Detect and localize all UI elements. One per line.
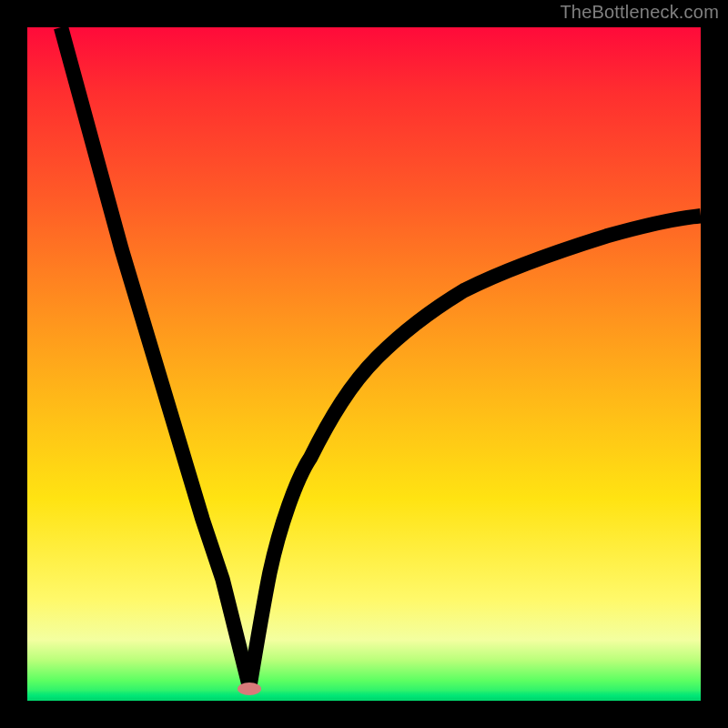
curve-right-branch [249,216,701,687]
bottleneck-curve [27,27,701,701]
curve-left-branch [61,27,249,687]
chart-frame: TheBottleneck.com [0,0,728,728]
watermark-text: TheBottleneck.com [560,2,719,23]
optimum-marker [238,682,261,695]
plot-area [27,27,701,701]
